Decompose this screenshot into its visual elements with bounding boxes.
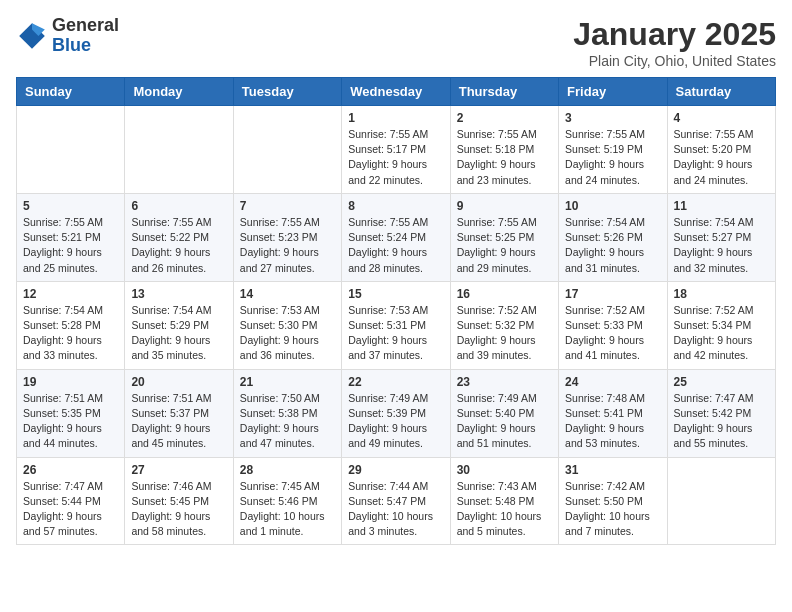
weekday-header: Friday [559,78,667,106]
day-info: Sunrise: 7:52 AM Sunset: 5:34 PM Dayligh… [674,303,769,364]
sunset-label: Sunset: 5:30 PM [240,319,318,331]
calendar-cell: 10 Sunrise: 7:54 AM Sunset: 5:26 PM Dayl… [559,193,667,281]
daylight-label: Daylight: 9 hours and 25 minutes. [23,246,102,273]
calendar-week-row: 26 Sunrise: 7:47 AM Sunset: 5:44 PM Dayl… [17,457,776,545]
calendar-cell: 27 Sunrise: 7:46 AM Sunset: 5:45 PM Dayl… [125,457,233,545]
sunrise-label: Sunrise: 7:45 AM [240,480,320,492]
day-number: 11 [674,199,769,213]
day-info: Sunrise: 7:49 AM Sunset: 5:40 PM Dayligh… [457,391,552,452]
calendar-cell: 14 Sunrise: 7:53 AM Sunset: 5:30 PM Dayl… [233,281,341,369]
day-number: 25 [674,375,769,389]
sunset-label: Sunset: 5:29 PM [131,319,209,331]
day-number: 29 [348,463,443,477]
sunset-label: Sunset: 5:33 PM [565,319,643,331]
day-number: 22 [348,375,443,389]
calendar-cell: 9 Sunrise: 7:55 AM Sunset: 5:25 PM Dayli… [450,193,558,281]
day-number: 30 [457,463,552,477]
day-number: 19 [23,375,118,389]
day-info: Sunrise: 7:52 AM Sunset: 5:32 PM Dayligh… [457,303,552,364]
day-number: 1 [348,111,443,125]
daylight-label: Daylight: 9 hours and 55 minutes. [674,422,753,449]
sunset-label: Sunset: 5:50 PM [565,495,643,507]
day-info: Sunrise: 7:53 AM Sunset: 5:30 PM Dayligh… [240,303,335,364]
sunset-label: Sunset: 5:24 PM [348,231,426,243]
daylight-label: Daylight: 9 hours and 36 minutes. [240,334,319,361]
calendar-cell: 22 Sunrise: 7:49 AM Sunset: 5:39 PM Dayl… [342,369,450,457]
sunrise-label: Sunrise: 7:55 AM [348,216,428,228]
calendar-cell [667,457,775,545]
day-number: 21 [240,375,335,389]
day-info: Sunrise: 7:55 AM Sunset: 5:21 PM Dayligh… [23,215,118,276]
day-number: 23 [457,375,552,389]
day-info: Sunrise: 7:44 AM Sunset: 5:47 PM Dayligh… [348,479,443,540]
sunrise-label: Sunrise: 7:54 AM [674,216,754,228]
sunrise-label: Sunrise: 7:54 AM [131,304,211,316]
day-info: Sunrise: 7:54 AM Sunset: 5:26 PM Dayligh… [565,215,660,276]
day-info: Sunrise: 7:55 AM Sunset: 5:25 PM Dayligh… [457,215,552,276]
calendar-cell: 7 Sunrise: 7:55 AM Sunset: 5:23 PM Dayli… [233,193,341,281]
day-info: Sunrise: 7:53 AM Sunset: 5:31 PM Dayligh… [348,303,443,364]
day-number: 24 [565,375,660,389]
sunset-label: Sunset: 5:35 PM [23,407,101,419]
day-info: Sunrise: 7:55 AM Sunset: 5:20 PM Dayligh… [674,127,769,188]
weekday-header: Sunday [17,78,125,106]
daylight-label: Daylight: 9 hours and 22 minutes. [348,158,427,185]
daylight-label: Daylight: 9 hours and 47 minutes. [240,422,319,449]
calendar-cell: 29 Sunrise: 7:44 AM Sunset: 5:47 PM Dayl… [342,457,450,545]
day-number: 14 [240,287,335,301]
sunset-label: Sunset: 5:26 PM [565,231,643,243]
sunrise-label: Sunrise: 7:54 AM [23,304,103,316]
day-info: Sunrise: 7:55 AM Sunset: 5:17 PM Dayligh… [348,127,443,188]
location-subtitle: Plain City, Ohio, United States [573,53,776,69]
sunset-label: Sunset: 5:17 PM [348,143,426,155]
daylight-label: Daylight: 9 hours and 33 minutes. [23,334,102,361]
weekday-header-row: SundayMondayTuesdayWednesdayThursdayFrid… [17,78,776,106]
calendar-cell: 28 Sunrise: 7:45 AM Sunset: 5:46 PM Dayl… [233,457,341,545]
day-number: 16 [457,287,552,301]
day-number: 18 [674,287,769,301]
day-info: Sunrise: 7:51 AM Sunset: 5:37 PM Dayligh… [131,391,226,452]
day-number: 20 [131,375,226,389]
sunrise-label: Sunrise: 7:47 AM [674,392,754,404]
sunset-label: Sunset: 5:48 PM [457,495,535,507]
weekday-header: Saturday [667,78,775,106]
daylight-label: Daylight: 9 hours and 51 minutes. [457,422,536,449]
sunrise-label: Sunrise: 7:52 AM [565,304,645,316]
calendar-cell: 21 Sunrise: 7:50 AM Sunset: 5:38 PM Dayl… [233,369,341,457]
sunrise-label: Sunrise: 7:49 AM [457,392,537,404]
calendar-cell: 8 Sunrise: 7:55 AM Sunset: 5:24 PM Dayli… [342,193,450,281]
sunrise-label: Sunrise: 7:55 AM [240,216,320,228]
daylight-label: Daylight: 10 hours and 5 minutes. [457,510,542,537]
daylight-label: Daylight: 9 hours and 24 minutes. [674,158,753,185]
sunset-label: Sunset: 5:39 PM [348,407,426,419]
daylight-label: Daylight: 10 hours and 1 minute. [240,510,325,537]
calendar-cell: 1 Sunrise: 7:55 AM Sunset: 5:17 PM Dayli… [342,106,450,194]
calendar-table: SundayMondayTuesdayWednesdayThursdayFrid… [16,77,776,545]
sunrise-label: Sunrise: 7:55 AM [23,216,103,228]
calendar-cell: 17 Sunrise: 7:52 AM Sunset: 5:33 PM Dayl… [559,281,667,369]
day-number: 10 [565,199,660,213]
weekday-header: Thursday [450,78,558,106]
sunset-label: Sunset: 5:25 PM [457,231,535,243]
sunset-label: Sunset: 5:42 PM [674,407,752,419]
day-number: 5 [23,199,118,213]
sunset-label: Sunset: 5:27 PM [674,231,752,243]
day-number: 2 [457,111,552,125]
calendar-cell: 20 Sunrise: 7:51 AM Sunset: 5:37 PM Dayl… [125,369,233,457]
calendar-cell: 31 Sunrise: 7:42 AM Sunset: 5:50 PM Dayl… [559,457,667,545]
day-info: Sunrise: 7:46 AM Sunset: 5:45 PM Dayligh… [131,479,226,540]
logo-icon [16,20,48,52]
logo: General Blue [16,16,119,56]
calendar-cell: 11 Sunrise: 7:54 AM Sunset: 5:27 PM Dayl… [667,193,775,281]
sunset-label: Sunset: 5:37 PM [131,407,209,419]
daylight-label: Daylight: 9 hours and 45 minutes. [131,422,210,449]
day-number: 6 [131,199,226,213]
sunset-label: Sunset: 5:22 PM [131,231,209,243]
sunset-label: Sunset: 5:20 PM [674,143,752,155]
calendar-week-row: 19 Sunrise: 7:51 AM Sunset: 5:35 PM Dayl… [17,369,776,457]
sunset-label: Sunset: 5:47 PM [348,495,426,507]
day-number: 8 [348,199,443,213]
day-info: Sunrise: 7:51 AM Sunset: 5:35 PM Dayligh… [23,391,118,452]
day-info: Sunrise: 7:55 AM Sunset: 5:23 PM Dayligh… [240,215,335,276]
sunset-label: Sunset: 5:23 PM [240,231,318,243]
